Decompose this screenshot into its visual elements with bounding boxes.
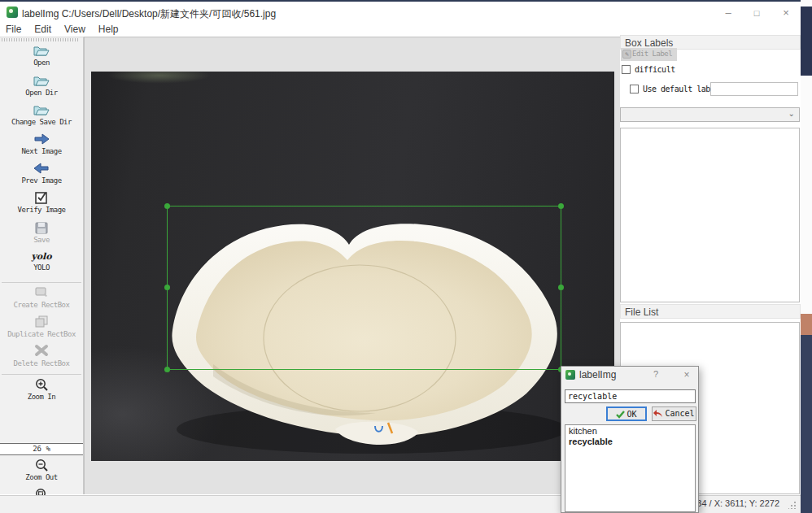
zoom-out-icon: [0, 458, 83, 472]
duplicate-rectbox-icon: [0, 315, 83, 329]
open-dir-folder-icon: [0, 73, 83, 88]
label-combo-box[interactable]: ⌄: [620, 107, 800, 122]
menu-help[interactable]: Help: [92, 23, 125, 35]
prev-image-button[interactable]: Prev Image: [0, 161, 83, 185]
bbox-handle-top-right[interactable]: [558, 203, 564, 209]
use-default-label-row[interactable]: Use default label: [630, 85, 719, 93]
save-button: Save: [0, 220, 83, 244]
bounding-box[interactable]: [167, 206, 561, 370]
zoom-in-button[interactable]: Zoom In: [0, 377, 83, 401]
check-icon: [616, 411, 625, 419]
toolbar: Open Open Dir Change Save Dir Next Image: [0, 37, 84, 494]
change-save-dir-button[interactable]: Change Save Dir: [0, 102, 83, 126]
label-dialog: labelImg ? × OK Cancel kitchen recyclabl…: [561, 366, 699, 513]
bbox-handle-top-left[interactable]: [164, 203, 170, 209]
difficult-checkbox-row[interactable]: difficult: [622, 65, 675, 74]
zoom-in-icon: [0, 377, 83, 392]
verify-check-icon: [0, 190, 83, 205]
menu-view[interactable]: View: [58, 23, 92, 35]
box-label-list[interactable]: [620, 128, 800, 302]
file-list-header[interactable]: File List: [620, 304, 801, 319]
create-rectbox-icon: [0, 285, 83, 300]
toolbar-drag-handle[interactable]: [2, 38, 80, 41]
label-name-input[interactable]: [565, 389, 696, 403]
chevron-down-icon: ⌄: [788, 109, 795, 118]
difficult-checkbox[interactable]: [622, 65, 631, 74]
arrow-left-icon: [0, 161, 83, 176]
dialog-title: labelImg: [579, 369, 616, 380]
image-canvas[interactable]: [84, 37, 620, 494]
pencil-icon: ✎: [622, 50, 631, 59]
bbox-handle-bottom-left[interactable]: [164, 367, 170, 372]
menu-edit[interactable]: Edit: [28, 23, 58, 35]
open-dir-button[interactable]: Open Dir: [0, 73, 83, 97]
use-default-label-checkbox[interactable]: [630, 85, 639, 93]
toolbar-more-indicator[interactable]: ⌄: [0, 486, 83, 494]
toolbar-separator: [2, 374, 81, 375]
verify-image-button[interactable]: Verify Image: [0, 190, 83, 214]
background-window-strip: [801, 0, 812, 513]
resize-grip-icon[interactable]: [788, 501, 797, 509]
maximize-button[interactable]: □: [744, 4, 769, 22]
ok-button[interactable]: OK: [606, 406, 647, 421]
minimize-button[interactable]: –: [716, 4, 740, 22]
delete-rectbox-icon: [0, 344, 83, 359]
label-choice-list[interactable]: kitchen recyclable: [565, 424, 696, 512]
background-salmon-patch: [801, 314, 812, 335]
list-item[interactable]: recyclable: [565, 436, 695, 446]
bbox-handle-mid-left[interactable]: [164, 285, 170, 290]
toolbar-separator: [2, 282, 81, 283]
dialog-app-icon: [565, 370, 575, 380]
dialog-title-bar[interactable]: labelImg ? ×: [561, 367, 698, 383]
menu-file[interactable]: File: [0, 23, 28, 35]
background-navy-bottom: [801, 335, 812, 513]
annotated-photo[interactable]: [91, 72, 614, 461]
zoom-percent-field[interactable]: 26 %: [0, 443, 83, 455]
app-icon: [7, 7, 18, 18]
floppy-save-icon: [0, 220, 83, 235]
yolo-format-button[interactable]: yolo YOLO: [0, 251, 83, 272]
bbox-handle-mid-right[interactable]: [558, 285, 564, 290]
delete-rectbox-button: Delete RectBox: [0, 344, 83, 367]
list-item[interactable]: kitchen: [565, 425, 695, 436]
arrow-right-icon: [0, 132, 83, 146]
yolo-format-icon: yolo: [0, 251, 83, 263]
labelimg-window: labelImg C:/Users/Dell/Desktop/新建文件夹/可回收…: [0, 0, 812, 513]
close-button[interactable]: ×: [774, 4, 798, 22]
default-label-input[interactable]: [710, 82, 798, 96]
background-navy-top: [801, 7, 812, 76]
dialog-help-button[interactable]: ?: [649, 369, 662, 379]
open-button[interactable]: Open: [0, 43, 83, 67]
duplicate-rectbox-button: Duplicate RectBox: [0, 315, 83, 338]
edit-label-button: ✎ Edit Label: [621, 48, 677, 61]
zoom-out-button[interactable]: Zoom Out: [0, 458, 83, 481]
cancel-arrow-icon: [653, 410, 663, 418]
open-folder-icon: [0, 43, 83, 58]
window-title: labelImg C:/Users/Dell/Desktop/新建文件夹/可回收…: [22, 7, 276, 21]
cancel-button[interactable]: Cancel: [652, 406, 696, 421]
title-bar: labelImg C:/Users/Dell/Desktop/新建文件夹/可回收…: [0, 2, 801, 23]
next-image-button[interactable]: Next Image: [0, 132, 83, 155]
dialog-close-button[interactable]: ×: [680, 369, 693, 380]
change-save-dir-folder-icon: [0, 102, 83, 117]
create-rectbox-button: Create RectBox: [0, 285, 83, 309]
